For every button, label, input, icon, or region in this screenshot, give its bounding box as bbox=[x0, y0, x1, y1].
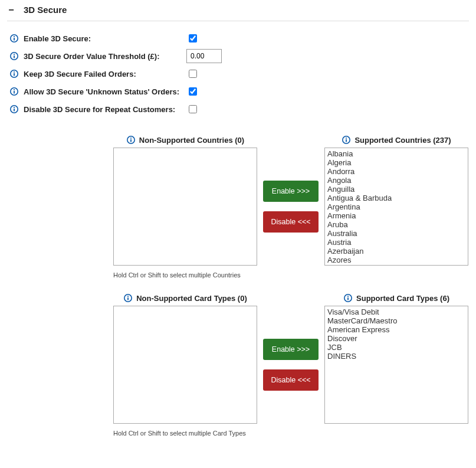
section-header: − 3D Secure bbox=[7, 0, 469, 21]
checkbox-disable-repeat[interactable] bbox=[189, 105, 197, 113]
input-threshold[interactable] bbox=[186, 49, 222, 63]
svg-point-28 bbox=[347, 296, 349, 297]
list-item[interactable]: American Express bbox=[327, 325, 465, 334]
list-item[interactable]: DINERS bbox=[327, 352, 465, 361]
info-icon[interactable] bbox=[123, 293, 133, 303]
list-item[interactable]: Anguilla bbox=[327, 185, 465, 194]
svg-point-19 bbox=[130, 138, 132, 139]
info-icon[interactable] bbox=[343, 293, 353, 303]
list-item[interactable]: Azores bbox=[327, 256, 465, 264]
supported-countries-list[interactable]: AlbaniaAlgeriaAndorraAngolaAnguillaAntig… bbox=[324, 148, 468, 266]
disable-cardtypes-button[interactable]: Disable <<< bbox=[263, 369, 319, 391]
list-item[interactable]: Bahamas bbox=[327, 264, 465, 266]
svg-rect-29 bbox=[347, 297, 349, 300]
list-item[interactable]: JCB bbox=[327, 343, 465, 352]
svg-point-25 bbox=[127, 296, 129, 297]
enable-cardtypes-button[interactable]: Enable >>> bbox=[263, 339, 319, 360]
list-item[interactable]: Aruba bbox=[327, 220, 465, 229]
list-item[interactable]: Discover bbox=[327, 334, 465, 343]
supported-countries-title: Supported Countries (237) bbox=[354, 136, 451, 145]
info-icon[interactable] bbox=[9, 87, 19, 96]
svg-rect-17 bbox=[14, 109, 15, 112]
list-item[interactable]: Armenia bbox=[327, 211, 465, 220]
collapse-icon[interactable]: − bbox=[7, 5, 15, 15]
svg-rect-11 bbox=[14, 73, 15, 76]
svg-rect-20 bbox=[130, 139, 132, 142]
row-threshold: 3D Secure Order Value Threshold (£): bbox=[9, 47, 469, 65]
supported-cardtypes-list[interactable]: Visa/Visa DebitMasterCard/MaestroAmerica… bbox=[324, 306, 468, 424]
countries-block: Non-Supported Countries (0) Supported Co… bbox=[7, 132, 469, 279]
svg-rect-8 bbox=[14, 55, 15, 58]
list-item[interactable]: Australia bbox=[327, 229, 465, 238]
row-enable-3ds: Enable 3D Secure: bbox=[9, 30, 469, 47]
non-supported-countries-list[interactable] bbox=[113, 148, 257, 266]
label-enable-3ds: Enable 3D Secure: bbox=[24, 34, 91, 43]
svg-rect-23 bbox=[346, 139, 347, 142]
info-icon[interactable] bbox=[9, 104, 19, 114]
svg-point-13 bbox=[14, 89, 15, 90]
svg-rect-14 bbox=[14, 91, 15, 94]
row-keep-failed: Keep 3D Secure Failed Orders: bbox=[9, 65, 469, 83]
non-supported-cardtypes-list[interactable] bbox=[113, 306, 257, 424]
list-item[interactable]: Angola bbox=[327, 176, 465, 185]
info-icon[interactable] bbox=[9, 34, 19, 43]
info-icon[interactable] bbox=[126, 135, 136, 145]
svg-point-22 bbox=[346, 138, 347, 139]
svg-rect-5 bbox=[14, 38, 15, 41]
list-item[interactable]: Albania bbox=[327, 149, 465, 158]
info-icon[interactable] bbox=[342, 135, 351, 145]
cardtypes-hint: Hold Ctrl or Shift to select multiple Ca… bbox=[7, 430, 469, 437]
supported-cardtypes-title: Supported Card Types (6) bbox=[356, 294, 449, 303]
list-item[interactable]: Antigua & Barbuda bbox=[327, 194, 465, 202]
svg-point-4 bbox=[14, 36, 15, 37]
row-allow-unknown: Allow 3D Secure 'Unknown Status' Orders: bbox=[9, 83, 469, 100]
list-item[interactable]: Azerbaijan bbox=[327, 247, 465, 256]
cardtypes-block: Non-Supported Card Types (0) Supported C… bbox=[7, 290, 469, 437]
list-item[interactable]: MasterCard/Maestro bbox=[327, 316, 465, 325]
label-keep-failed: Keep 3D Secure Failed Orders: bbox=[24, 70, 136, 78]
enable-countries-button[interactable]: Enable >>> bbox=[263, 181, 319, 202]
label-allow-unknown: Allow 3D Secure 'Unknown Status' Orders: bbox=[24, 87, 179, 96]
countries-hint: Hold Ctrl or Shift to select multiple Co… bbox=[7, 271, 469, 279]
list-item[interactable]: Austria bbox=[327, 238, 465, 247]
info-icon[interactable] bbox=[9, 69, 19, 78]
checkbox-enable-3ds[interactable] bbox=[189, 34, 197, 42]
info-icon[interactable] bbox=[9, 51, 19, 61]
svg-rect-26 bbox=[127, 297, 129, 300]
list-item[interactable]: Algeria bbox=[327, 158, 465, 167]
list-item[interactable]: Argentina bbox=[327, 202, 465, 211]
settings-form: Enable 3D Secure: 3D Secure Order Value … bbox=[9, 30, 469, 118]
disable-countries-button[interactable]: Disable <<< bbox=[263, 211, 319, 233]
label-threshold: 3D Secure Order Value Threshold (£): bbox=[24, 52, 159, 61]
list-item[interactable]: Visa/Visa Debit bbox=[327, 307, 465, 316]
svg-point-7 bbox=[14, 54, 15, 55]
label-disable-repeat: Disable 3D Secure for Repeat Customers: bbox=[24, 105, 175, 114]
list-item[interactable]: Andorra bbox=[327, 167, 465, 176]
svg-point-10 bbox=[14, 71, 15, 73]
svg-point-16 bbox=[14, 107, 15, 108]
section-title: 3D Secure bbox=[24, 5, 67, 15]
non-supported-cardtypes-title: Non-Supported Card Types (0) bbox=[136, 294, 247, 303]
row-disable-repeat: Disable 3D Secure for Repeat Customers: bbox=[9, 100, 469, 118]
checkbox-keep-failed[interactable] bbox=[189, 70, 197, 78]
checkbox-allow-unknown[interactable] bbox=[189, 87, 197, 96]
non-supported-countries-title: Non-Supported Countries (0) bbox=[139, 136, 244, 145]
